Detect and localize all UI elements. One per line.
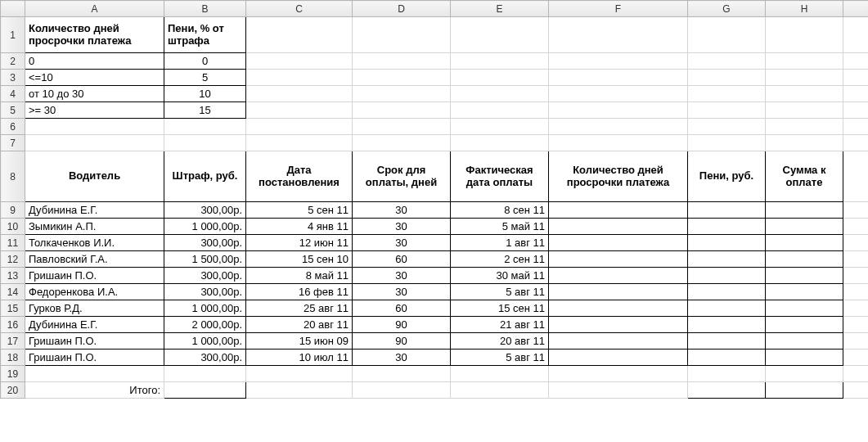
cell-C16[interactable]: 20 авг 11	[246, 317, 353, 333]
cell-B14[interactable]: 300,00р.	[164, 284, 246, 300]
cell-G17[interactable]	[688, 333, 766, 350]
cell-D10[interactable]: 30	[353, 219, 451, 235]
cell-A19[interactable]	[25, 366, 164, 382]
cell-D14[interactable]: 30	[353, 284, 451, 300]
cell-D13[interactable]: 30	[353, 268, 451, 284]
cell-G2[interactable]	[688, 53, 766, 70]
cell-G16[interactable]	[688, 317, 766, 333]
cell-C12[interactable]: 15 сен 10	[246, 251, 353, 268]
cell-C19[interactable]	[246, 366, 353, 382]
cell-H1[interactable]	[766, 17, 843, 53]
cell-F19[interactable]	[549, 366, 688, 382]
cell-B18[interactable]: 300,00р.	[164, 350, 246, 366]
row-header-10[interactable]: 10	[1, 219, 25, 235]
cell-D6[interactable]	[353, 119, 451, 135]
cell-C9[interactable]: 5 сен 11	[246, 202, 353, 219]
row-header-7[interactable]: 7	[1, 135, 25, 151]
cell-B10[interactable]: 1 000,00р.	[164, 219, 246, 235]
cell-G19[interactable]	[688, 366, 766, 382]
cell-I11[interactable]	[843, 235, 869, 251]
cell-B8[interactable]: Штраф, руб.	[164, 151, 246, 202]
cell-G4[interactable]	[688, 86, 766, 102]
cell-F17[interactable]	[549, 333, 688, 350]
cell-B16[interactable]: 2 000,00р.	[164, 317, 246, 333]
cell-I18[interactable]	[843, 350, 869, 366]
row-header-11[interactable]: 11	[1, 235, 25, 251]
cell-H7[interactable]	[766, 135, 843, 151]
cell-I5[interactable]	[843, 102, 869, 119]
cell-A10[interactable]: Зымикин А.П.	[25, 219, 164, 235]
col-header-A[interactable]: A	[25, 1, 164, 17]
cell-A16[interactable]: Дубинина Е.Г.	[25, 317, 164, 333]
cell-H9[interactable]	[766, 202, 843, 219]
spreadsheet-grid[interactable]: A B C D E F G H 1 Количество дней просро…	[0, 0, 868, 399]
cell-C3[interactable]	[246, 70, 353, 86]
cell-D3[interactable]	[353, 70, 451, 86]
cell-F13[interactable]	[549, 268, 688, 284]
cell-C20[interactable]	[246, 382, 353, 399]
cell-G5[interactable]	[688, 102, 766, 119]
row-header-3[interactable]: 3	[1, 70, 25, 86]
cell-B19[interactable]	[164, 366, 246, 382]
cell-I16[interactable]	[843, 317, 869, 333]
row-header-8[interactable]: 8	[1, 151, 25, 202]
row-header-15[interactable]: 15	[1, 300, 25, 317]
cell-F12[interactable]	[549, 251, 688, 268]
cell-B20[interactable]	[164, 382, 246, 399]
cell-H4[interactable]	[766, 86, 843, 102]
cell-A7[interactable]	[25, 135, 164, 151]
cell-H5[interactable]	[766, 102, 843, 119]
cell-D17[interactable]: 90	[353, 333, 451, 350]
cell-H8[interactable]: Сумма к оплате	[766, 151, 843, 202]
cell-E14[interactable]: 5 авг 11	[451, 284, 549, 300]
cell-G14[interactable]	[688, 284, 766, 300]
col-header-C[interactable]: C	[246, 1, 353, 17]
cell-E7[interactable]	[451, 135, 549, 151]
cell-C1[interactable]	[246, 17, 353, 53]
cell-C14[interactable]: 16 фев 11	[246, 284, 353, 300]
col-header-F[interactable]: F	[549, 1, 688, 17]
cell-F15[interactable]	[549, 300, 688, 317]
cell-D11[interactable]: 30	[353, 235, 451, 251]
cell-G20[interactable]	[688, 382, 766, 399]
cell-A11[interactable]: Толкаченков И.И.	[25, 235, 164, 251]
cell-G1[interactable]	[688, 17, 766, 53]
cell-H2[interactable]	[766, 53, 843, 70]
cell-A8[interactable]: Водитель	[25, 151, 164, 202]
cell-E5[interactable]	[451, 102, 549, 119]
cell-H17[interactable]	[766, 333, 843, 350]
cell-F14[interactable]	[549, 284, 688, 300]
cell-H19[interactable]	[766, 366, 843, 382]
cell-H14[interactable]	[766, 284, 843, 300]
cell-F8[interactable]: Количество дней просрочки платежа	[549, 151, 688, 202]
cell-I4[interactable]	[843, 86, 869, 102]
cell-I10[interactable]	[843, 219, 869, 235]
row-header-14[interactable]: 14	[1, 284, 25, 300]
cell-H12[interactable]	[766, 251, 843, 268]
cell-C18[interactable]: 10 июл 11	[246, 350, 353, 366]
row-header-19[interactable]: 19	[1, 366, 25, 382]
row-header-18[interactable]: 18	[1, 350, 25, 366]
cell-C11[interactable]: 12 июн 11	[246, 235, 353, 251]
cell-A2[interactable]: 0	[25, 53, 164, 70]
cell-G3[interactable]	[688, 70, 766, 86]
cell-H10[interactable]	[766, 219, 843, 235]
cell-B3[interactable]: 5	[164, 70, 246, 86]
cell-C8[interactable]: Дата постановления	[246, 151, 353, 202]
cell-A9[interactable]: Дубинина Е.Г.	[25, 202, 164, 219]
row-header-1[interactable]: 1	[1, 17, 25, 53]
cell-C4[interactable]	[246, 86, 353, 102]
cell-D5[interactable]	[353, 102, 451, 119]
cell-D18[interactable]: 30	[353, 350, 451, 366]
cell-F18[interactable]	[549, 350, 688, 366]
cell-G7[interactable]	[688, 135, 766, 151]
cell-B7[interactable]	[164, 135, 246, 151]
cell-G10[interactable]	[688, 219, 766, 235]
row-header-12[interactable]: 12	[1, 251, 25, 268]
cell-G13[interactable]	[688, 268, 766, 284]
cell-C6[interactable]	[246, 119, 353, 135]
cell-I7[interactable]	[843, 135, 869, 151]
cell-G15[interactable]	[688, 300, 766, 317]
cell-I13[interactable]	[843, 268, 869, 284]
cell-A5[interactable]: >= 30	[25, 102, 164, 119]
